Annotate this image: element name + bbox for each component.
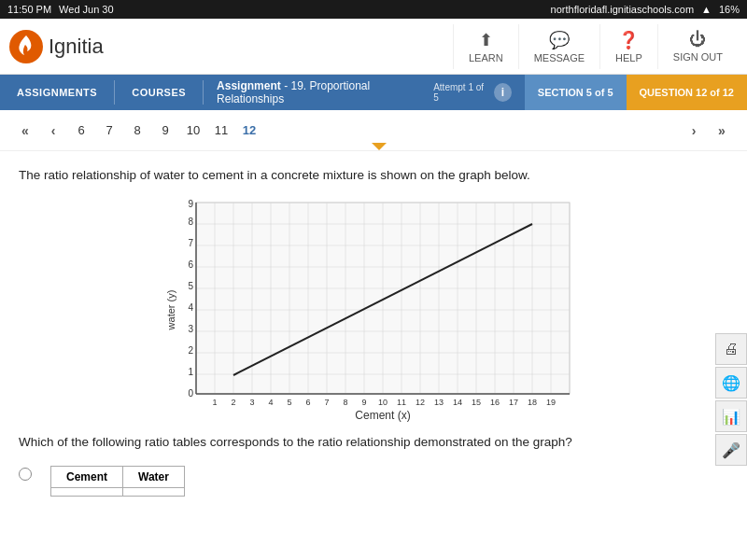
svg-text:15: 15: [472, 398, 481, 407]
secondary-nav: ASSIGNMENTS COURSES Assignment - 19. Pro…: [0, 75, 747, 110]
top-nav: Ignitia ⬆ LEARN 💬 MESSAGE ❓ HELP ⏻ SIGN …: [0, 19, 747, 75]
help-label: HELP: [615, 52, 642, 63]
svg-text:3: 3: [188, 324, 193, 334]
svg-text:4: 4: [188, 302, 193, 313]
status-bar: 11:50 PM Wed Jun 30 northfloridafl.ignit…: [0, 0, 747, 19]
page-11[interactable]: 11: [209, 119, 233, 143]
svg-text:1: 1: [212, 398, 217, 407]
svg-text:18: 18: [528, 398, 537, 407]
last-page-button[interactable]: »: [710, 119, 734, 143]
svg-text:11: 11: [397, 398, 406, 407]
answer-section: Cement Water: [19, 466, 728, 497]
pagination-bar: « ‹ 6 7 8 9 10 11 12 › »: [0, 110, 747, 151]
wifi-icon: ▲: [701, 4, 712, 15]
date: Wed Jun 30: [59, 4, 114, 15]
svg-text:17: 17: [509, 398, 518, 407]
message-icon: 💬: [549, 30, 570, 50]
svg-text:4: 4: [268, 398, 273, 407]
svg-text:10: 10: [378, 398, 388, 407]
svg-text:6: 6: [305, 398, 310, 407]
svg-text:13: 13: [434, 398, 444, 407]
water-header: Water: [123, 466, 185, 487]
attempt-label: Attempt 1 of 5: [433, 82, 488, 103]
url: northfloridafl.ignitiaschools.com: [551, 4, 694, 15]
logo-text: Ignitia: [49, 35, 104, 59]
svg-text:9: 9: [188, 199, 193, 209]
ratio-table-1: Cement Water: [50, 466, 185, 497]
side-tools: 🖨 🌐 📊 🎤: [715, 333, 747, 466]
logo-icon: [9, 30, 43, 63]
svg-text:0: 0: [188, 388, 193, 399]
section-badge: SECTION 5 of 5: [525, 75, 627, 110]
page-arrow: [372, 143, 387, 150]
signout-icon: ⏻: [689, 30, 706, 49]
message-label: MESSAGE: [534, 52, 585, 63]
svg-text:1: 1: [188, 367, 193, 377]
water-val: [123, 487, 185, 496]
question-badge: QUESTION 12 of 12: [627, 75, 747, 110]
assignments-button[interactable]: ASSIGNMENTS: [0, 75, 114, 110]
svg-text:3: 3: [249, 398, 254, 407]
svg-text:6: 6: [188, 259, 193, 270]
logo-area: Ignitia: [9, 30, 104, 63]
battery: 16%: [719, 4, 740, 15]
svg-text:8: 8: [188, 217, 193, 227]
y-axis-label: water (y): [165, 290, 176, 330]
cement-val: [51, 487, 123, 496]
page-6[interactable]: 6: [69, 119, 93, 143]
svg-text:14: 14: [453, 398, 462, 407]
graph-wrapper: water (y): [168, 198, 579, 422]
question-text: The ratio relationship of water to cemen…: [19, 166, 728, 185]
print-button[interactable]: 🖨: [715, 333, 747, 365]
page-12[interactable]: 12: [237, 119, 261, 143]
help-nav[interactable]: ❓ HELP: [599, 24, 657, 69]
svg-text:12: 12: [416, 398, 425, 407]
svg-text:7: 7: [324, 398, 329, 407]
radio-button-1[interactable]: [19, 468, 32, 481]
prev-page-button[interactable]: ‹: [41, 119, 65, 143]
help-icon: ❓: [618, 30, 639, 50]
cement-header: Cement: [51, 466, 123, 487]
svg-text:5: 5: [287, 398, 291, 407]
svg-text:9: 9: [361, 398, 366, 407]
page-9[interactable]: 9: [153, 119, 177, 143]
table-row: [51, 487, 185, 496]
assignment-info: Assignment - 19. Proportional Relationsh…: [204, 75, 525, 110]
nav-icons: ⬆ LEARN 💬 MESSAGE ❓ HELP ⏻ SIGN OUT: [453, 24, 738, 69]
svg-text:7: 7: [188, 238, 193, 248]
page-7[interactable]: 7: [97, 119, 121, 143]
learn-nav[interactable]: ⬆ LEARN: [453, 24, 518, 69]
svg-text:8: 8: [343, 398, 347, 407]
learn-label: LEARN: [469, 52, 503, 63]
answer-prompt: Which of the following ratio tables corr…: [19, 433, 728, 452]
assignment-label: Assignment: [217, 79, 281, 92]
svg-text:19: 19: [546, 398, 556, 407]
svg-text:16: 16: [490, 398, 500, 407]
svg-text:2: 2: [231, 398, 235, 407]
graph-container: water (y): [19, 198, 728, 422]
message-nav[interactable]: 💬 MESSAGE: [518, 24, 599, 69]
main-content: The ratio relationship of water to cemen…: [0, 151, 747, 511]
svg-text:Cement (x): Cement (x): [355, 409, 410, 422]
svg-text:5: 5: [188, 281, 193, 291]
microphone-button[interactable]: 🎤: [715, 434, 747, 466]
time: 11:50 PM: [7, 4, 51, 15]
courses-button[interactable]: COURSES: [115, 75, 203, 110]
info-button[interactable]: i: [494, 83, 512, 102]
learn-icon: ⬆: [479, 30, 493, 50]
svg-text:2: 2: [188, 345, 193, 356]
answer-option-1: Cement Water: [19, 466, 728, 497]
first-page-button[interactable]: «: [13, 119, 37, 143]
next-page-button[interactable]: ›: [682, 119, 706, 143]
chart-svg: 0 1 2 3 4 5 6 7 8 9 1 2: [168, 198, 579, 422]
page-8[interactable]: 8: [125, 119, 149, 143]
signout-nav[interactable]: ⏻ SIGN OUT: [657, 24, 738, 69]
page-10[interactable]: 10: [181, 119, 205, 143]
globe-button[interactable]: 🌐: [715, 367, 747, 399]
signout-label: SIGN OUT: [673, 51, 723, 63]
chart-button[interactable]: 📊: [715, 400, 747, 432]
